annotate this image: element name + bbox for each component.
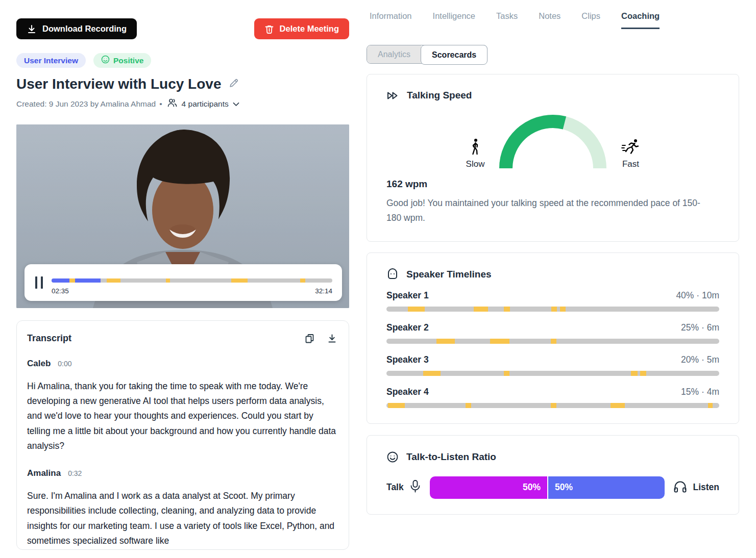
speaking-segment (611, 403, 625, 408)
subtab-scorecards[interactable]: Scorecards (421, 45, 487, 65)
speaking-segment (504, 371, 509, 376)
delete-meeting-button[interactable]: Delete Meeting (254, 18, 349, 39)
entry-timestamp[interactable]: 0:32 (68, 469, 82, 477)
progress-segment-blue (75, 278, 101, 283)
speaking-segment (466, 403, 471, 408)
progress-segment-yellow (231, 278, 248, 283)
meta-row: Created: 9 Jun 2023 by Amalina Ahmad • 4… (16, 98, 349, 110)
tag-user-interview[interactable]: User Interview (16, 53, 86, 68)
right-column: InformationIntelligenceTasksNotesClipsCo… (367, 0, 739, 550)
page-title: User Interview with Lucy Love (16, 76, 221, 92)
tags-row: User Interview Positive (16, 53, 349, 68)
transcript-entry-header: Amalina0:32 (27, 468, 337, 478)
speaking-segment (551, 403, 556, 408)
speaking-segment (708, 403, 712, 408)
speaker-name: Speaker 2 (386, 322, 429, 333)
entry-timestamp[interactable]: 0:00 (58, 360, 71, 368)
talking-speed-title: Talking Speed (407, 90, 472, 101)
speaker-row-header: Speaker 140% · 10m (386, 290, 719, 301)
gauge-row: Slow (386, 112, 719, 169)
actions-row: Download Recording Delete Meeting (16, 18, 349, 39)
speaking-segment (408, 307, 425, 312)
entry-text: Hi Amalina, thank you for taking the tim… (27, 379, 337, 453)
talk-listen-card: Talk-to-Listen Ratio Talk 50% 50% (367, 435, 739, 515)
title-row: User Interview with Lucy Love (16, 76, 349, 92)
fast-forward-icon (386, 90, 399, 101)
entry-speaker: Amalina (27, 468, 61, 478)
speaker-timeline-bar (386, 307, 719, 312)
transcript-entries: Caleb0:00Hi Amalina, thank you for takin… (27, 359, 337, 548)
speaking-segment (388, 403, 405, 408)
pause-button[interactable] (34, 274, 44, 291)
talk-listen-title: Talk-to-Listen Ratio (406, 451, 496, 463)
transcript-header: Transcript (27, 333, 337, 344)
participants-dropdown[interactable]: 4 participants (167, 98, 239, 110)
copy-icon[interactable] (304, 333, 315, 344)
talk-label: Talk (386, 482, 404, 493)
video-progress-bar[interactable] (52, 278, 332, 283)
speaking-segment (551, 307, 557, 312)
download-recording-label: Download Recording (42, 24, 127, 34)
tab-coaching[interactable]: Coaching (621, 11, 660, 29)
speaker-row: Speaker 415% · 4m (386, 387, 719, 408)
slow-label: Slow (466, 159, 485, 169)
speaking-segment (640, 371, 646, 376)
talking-speed-card: Talking Speed Slow (367, 74, 739, 242)
progress-segment-yellow (69, 278, 75, 283)
talk-segment: 50% (430, 476, 547, 499)
microphone-icon (409, 479, 421, 496)
tag-label: Positive (113, 56, 143, 65)
progress-segment-yellow (300, 278, 305, 283)
speaker-row-header: Speaker 415% · 4m (386, 387, 719, 397)
participants-icon (167, 98, 178, 110)
listen-label: Listen (693, 482, 719, 493)
chevron-down-icon (233, 99, 239, 109)
entry-text: Sure. I'm Amalina and I work as a data a… (27, 489, 337, 548)
tag-positive[interactable]: Positive (93, 53, 151, 68)
speaker-stat: 15% · 4m (681, 387, 719, 397)
ratio-row: Talk 50% 50% (386, 476, 719, 499)
tab-tasks[interactable]: Tasks (496, 11, 518, 29)
wpm-value: 162 wpm (386, 179, 719, 190)
left-column: Download Recording Delete Meeting User I… (16, 0, 349, 550)
download-icon (27, 24, 37, 34)
created-text: Created: 9 Jun 2023 by Amalina Ahmad (16, 99, 156, 109)
speaking-segment (631, 371, 638, 376)
transcript-title: Transcript (27, 333, 71, 344)
player-controls: 02:35 32:14 (25, 264, 342, 301)
tab-notes[interactable]: Notes (539, 11, 560, 29)
listen-segment: 50% (547, 476, 665, 499)
edit-pencil-icon[interactable] (228, 78, 239, 91)
tab-clips[interactable]: Clips (581, 11, 600, 29)
transcript-entry-header: Caleb0:00 (27, 359, 337, 369)
speaking-segment (504, 307, 510, 312)
speaker-timelines-title: Speaker Timelines (406, 269, 492, 280)
talk-listen-bar: 50% 50% (430, 476, 665, 499)
transcript-card: Transcript Caleb0:00Hi Amali (16, 320, 349, 550)
talk-listen-header: Talk-to-Listen Ratio (386, 451, 719, 463)
meta-separator: • (159, 99, 162, 109)
speaker-stat: 40% · 10m (676, 290, 719, 301)
speaker-rows: Speaker 140% · 10mSpeaker 225% · 6mSpeak… (386, 290, 719, 408)
player-right: 02:35 32:14 (52, 264, 332, 301)
talking-speed-header: Talking Speed (386, 90, 719, 101)
speaker-name: Speaker 4 (386, 387, 429, 397)
subtab-analytics[interactable]: Analytics (367, 45, 421, 63)
speaking-segment (436, 339, 454, 344)
speaking-segment (551, 339, 556, 344)
walking-person-icon (469, 138, 482, 158)
subtab-switcher: Analytics Scorecards (367, 45, 487, 64)
download-transcript-icon[interactable] (327, 333, 337, 344)
tag-label: User Interview (24, 56, 78, 65)
current-time: 02:35 (52, 287, 69, 295)
tab-intelligence[interactable]: Intelligence (433, 11, 475, 29)
download-recording-button[interactable]: Download Recording (16, 18, 137, 39)
participants-label: 4 participants (182, 99, 229, 109)
tab-information[interactable]: Information (370, 11, 412, 29)
speaker-timelines-header: Speaker Timelines (386, 268, 719, 281)
speaker-timeline-bar (386, 371, 719, 376)
speaker-row-header: Speaker 225% · 6m (386, 322, 719, 333)
speaker-row: Speaker 140% · 10m (386, 290, 719, 312)
tab-bar: InformationIntelligenceTasksNotesClipsCo… (367, 11, 739, 29)
trash-icon (264, 24, 274, 34)
